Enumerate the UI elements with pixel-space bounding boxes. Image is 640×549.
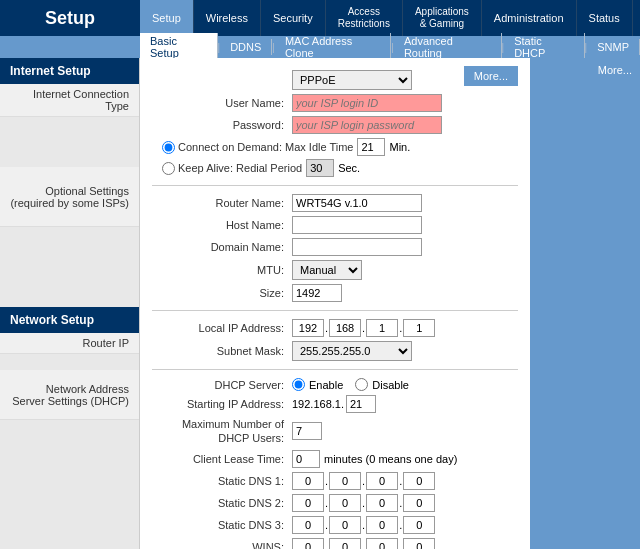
dns3-1[interactable] <box>292 516 324 534</box>
dns3-4[interactable] <box>403 516 435 534</box>
local-ip-label: Local IP Address: <box>152 322 292 334</box>
wins-row: WINS: . . . <box>152 538 518 549</box>
max-idle-time-input[interactable] <box>357 138 385 156</box>
dns2-3[interactable] <box>366 494 398 512</box>
tab-wireless[interactable]: Wireless <box>194 0 261 36</box>
tab-applications-gaming[interactable]: Applications& Gaming <box>403 0 482 36</box>
subnet-select[interactable]: 255.255.255.0 255.255.0.0 255.0.0.0 <box>292 341 412 361</box>
dns2-2[interactable] <box>329 494 361 512</box>
starting-ip-row: Starting IP Address: 192.168.1. <box>152 395 518 413</box>
dns2-label: Static DNS 2: <box>152 497 292 509</box>
subnav-static-dhcp[interactable]: Static DHCP <box>504 33 584 61</box>
local-ip-2[interactable] <box>329 319 361 337</box>
sidebar-router-ip: Router IP <box>0 333 139 354</box>
size-label: Size: <box>152 287 292 299</box>
mtu-label: MTU: <box>152 264 292 276</box>
connection-type-select[interactable]: PPPoE DHCP Static IP PPTP L2TP <box>292 70 412 90</box>
wins-4[interactable] <box>403 538 435 549</box>
max-users-input[interactable] <box>292 422 322 440</box>
max-users-label: Maximum Number ofDHCP Users: <box>152 417 292 446</box>
host-name-input[interactable] <box>292 216 422 234</box>
wins-3[interactable] <box>366 538 398 549</box>
tab-status[interactable]: Status <box>577 0 633 36</box>
connection-type-row: PPPoE DHCP Static IP PPTP L2TP <box>152 70 464 90</box>
more-button[interactable]: More... <box>464 66 518 86</box>
local-ip-row: Local IP Address: . . . <box>152 319 518 337</box>
divider2 <box>152 310 518 311</box>
sidebar-internet-setup: Internet Setup <box>0 58 139 84</box>
client-lease-input[interactable] <box>292 450 320 468</box>
keep-alive-row: Keep Alive: Redial Period Sec. <box>152 159 518 177</box>
header: Setup Setup Wireless Security AccessRest… <box>0 0 640 36</box>
redial-period-input[interactable] <box>306 159 334 177</box>
divider1 <box>152 185 518 186</box>
subnet-label: Subnet Mask: <box>152 345 292 357</box>
dns3-group: . . . <box>292 516 435 534</box>
local-ip-4[interactable] <box>403 319 435 337</box>
sidebar-optional-settings: Optional Settings(required by some ISPs) <box>0 167 139 227</box>
router-name-label: Router Name: <box>152 197 292 209</box>
dns2-1[interactable] <box>292 494 324 512</box>
subnav-advanced-routing[interactable]: Advanced Routing <box>394 33 502 61</box>
username-label: User Name: <box>152 97 292 109</box>
subnav-ddns[interactable]: DDNS <box>220 39 272 55</box>
dns1-2[interactable] <box>329 472 361 490</box>
connect-demand-label: Connect on Demand: Max Idle Time <box>178 141 353 153</box>
client-lease-suffix: minutes (0 means one day) <box>324 453 457 465</box>
divider3 <box>152 369 518 370</box>
dns1-3[interactable] <box>366 472 398 490</box>
right-panel: More... <box>530 58 640 549</box>
local-ip-3[interactable] <box>366 319 398 337</box>
sub-nav: Basic Setup | DDNS | MAC Address Clone |… <box>0 36 640 58</box>
tab-security[interactable]: Security <box>261 0 326 36</box>
size-input[interactable] <box>292 284 342 302</box>
router-name-row: Router Name: <box>152 194 518 212</box>
tab-access-restrictions[interactable]: AccessRestrictions <box>326 0 403 36</box>
password-input[interactable] <box>292 116 442 134</box>
tab-setup[interactable]: Setup <box>140 0 194 36</box>
dns1-group: . . . <box>292 472 435 490</box>
keep-alive-radio[interactable] <box>162 162 175 175</box>
app-title: Setup <box>0 8 140 29</box>
connect-demand-radio[interactable] <box>162 141 175 154</box>
dns2-group: . . . <box>292 494 435 512</box>
domain-name-row: Domain Name: <box>152 238 518 256</box>
main-nav: Setup Wireless Security AccessRestrictio… <box>140 0 640 36</box>
dns3-row: Static DNS 3: . . . <box>152 516 518 534</box>
mtu-row: MTU: Manual Auto <box>152 260 518 280</box>
domain-name-input[interactable] <box>292 238 422 256</box>
connect-demand-row: Connect on Demand: Max Idle Time Min. <box>152 138 518 156</box>
dns1-row: Static DNS 1: . . . <box>152 472 518 490</box>
wins-2[interactable] <box>329 538 361 549</box>
dns1-1[interactable] <box>292 472 324 490</box>
dhcp-disable-radio[interactable] <box>355 378 368 391</box>
local-ip-group: . . . <box>292 319 435 337</box>
max-users-row: Maximum Number ofDHCP Users: <box>152 417 518 446</box>
main-layout: Internet Setup Internet Connection Type … <box>0 58 640 549</box>
router-name-input[interactable] <box>292 194 422 212</box>
username-input[interactable] <box>292 94 442 112</box>
wins-1[interactable] <box>292 538 324 549</box>
dns3-3[interactable] <box>366 516 398 534</box>
mtu-select[interactable]: Manual Auto <box>292 260 362 280</box>
dns3-2[interactable] <box>329 516 361 534</box>
starting-ip-input[interactable] <box>346 395 376 413</box>
local-ip-1[interactable] <box>292 319 324 337</box>
sidebar-network-address: Network AddressServer Settings (DHCP) <box>0 370 139 420</box>
dns1-4[interactable] <box>403 472 435 490</box>
dns2-4[interactable] <box>403 494 435 512</box>
sec-label: Sec. <box>338 162 360 174</box>
subnav-snmp[interactable]: SNMP <box>587 39 640 55</box>
tab-administration[interactable]: Administration <box>482 0 577 36</box>
dhcp-enable-radio[interactable] <box>292 378 305 391</box>
sidebar-network-setup: Network Setup <box>0 307 139 333</box>
password-label: Password: <box>152 119 292 131</box>
wins-group: . . . <box>292 538 435 549</box>
min-label: Min. <box>389 141 410 153</box>
size-row: Size: <box>152 284 518 302</box>
starting-ip-label: Starting IP Address: <box>152 398 292 410</box>
subnav-basic-setup[interactable]: Basic Setup <box>140 33 218 61</box>
subnav-mac-address-clone[interactable]: MAC Address Clone <box>275 33 391 61</box>
keep-alive-label: Keep Alive: Redial Period <box>178 162 302 174</box>
right-more-button[interactable]: More... <box>530 58 640 82</box>
